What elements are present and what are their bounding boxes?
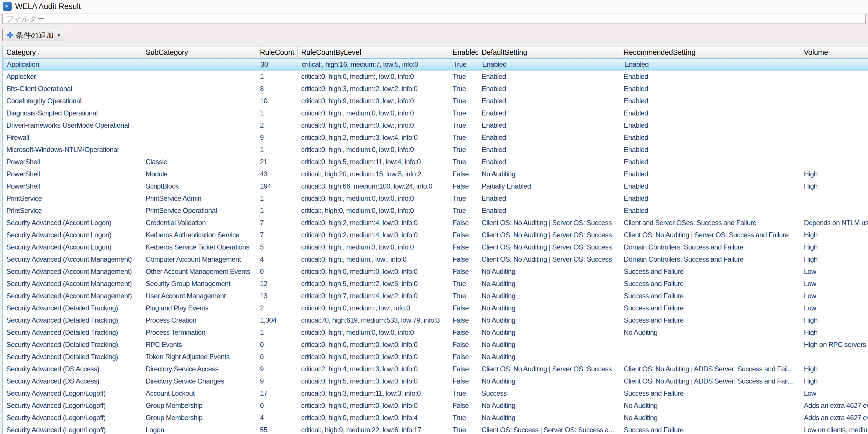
cell-volume [800,205,868,217]
column-header-rulecount[interactable]: RuleCount [256,46,298,58]
cell-rulecount: 21 [256,156,298,168]
table-row[interactable]: PowerShellScriptBlock194critical:3, high… [3,180,868,192]
table-row[interactable]: Security Advanced (Account Management)Se… [3,278,868,290]
filter-input[interactable] [2,14,866,24]
cell-recommendedsetting: Success and Failure [620,424,800,434]
cell-subcategory: Kerberos Service Ticket Operations [142,241,256,253]
cell-enabled: True [449,144,478,156]
table-row[interactable]: Bits-Client Operational8critical:0, high… [3,83,868,95]
table-row[interactable]: PowerShellClassic21critical:0, high:5, m… [3,156,868,168]
cell-defaultsetting: No Auditing [478,412,620,424]
cell-defaultsetting: No Auditing [478,302,620,314]
table-row[interactable]: PrintServicePrintService Operational1cri… [3,205,868,217]
table-row[interactable]: Security Advanced (Logon/Logoff)Account … [3,387,868,400]
column-header-category[interactable]: Category [3,46,142,58]
cell-enabled: True [449,131,478,144]
table-row[interactable]: Security Advanced (Detailed Tracking)RPC… [3,339,868,351]
table-row[interactable]: Diagnosis-Scripted Operational1critical:… [3,107,868,119]
cell-volume: High [800,327,868,339]
table-row[interactable]: Firewall9critical:0, high:2, medium:3, l… [3,131,868,144]
cell-rulecount: 1 [256,70,298,83]
cell-defaultsetting: No Auditing [478,351,620,363]
table-row[interactable]: Security Advanced (Logon/Logoff)Group Me… [3,400,868,412]
table-row[interactable]: Security Advanced (Detailed Tracking)Tok… [3,351,868,363]
cell-category: Security Advanced (Detailed Tracking) [3,327,142,339]
cell-volume: Low on clients, mediu [800,424,868,434]
cell-subcategory: Account Lockout [142,387,256,400]
table-row[interactable]: Applocker1critical:0, high:0, medium:, l… [3,70,868,83]
cell-category: Security Advanced (DS Access) [3,375,142,387]
cell-enabled: False [449,302,478,314]
cell-recommendedsetting: Success and Failure [620,387,800,400]
cell-subcategory: Directory Service Changes [142,375,256,387]
cell-rulecount: 10 [256,95,298,107]
cell-rulecount: 1 [256,205,298,217]
cell-subcategory [142,95,256,107]
cell-category: PowerShell [3,156,142,168]
table-row[interactable]: Application30critical:, high:16, medium:… [3,58,868,70]
cell-rulecountbylevel: critical:0, high:2, medium:3, low:4, inf… [298,131,449,144]
table-row[interactable]: Security Advanced (Detailed Tracking)Plu… [3,302,868,314]
cell-recommendedsetting [620,339,800,351]
cell-rulecount: 1,304 [256,314,298,327]
table-row[interactable]: Security Advanced (Detailed Tracking)Pro… [3,314,868,327]
cell-enabled: True [449,70,478,83]
column-header-volume[interactable]: Volume [800,46,868,58]
cell-defaultsetting: Enabled [478,70,620,83]
cell-recommendedsetting: Enabled [620,168,800,180]
column-header-defaultsetting[interactable]: DefaultSetting [478,46,620,58]
cell-enabled: True [449,278,478,290]
cell-enabled: False [449,180,478,192]
table-row[interactable]: Security Advanced (DS Access)Directory S… [3,375,868,387]
cell-rulecountbylevel: critical:, high:20, medium:15, low:5, in… [298,168,449,180]
table-row[interactable]: Microsoft-Windows-NTLM/Operational1criti… [3,144,868,156]
cell-category: Security Advanced (Account Management) [3,290,142,302]
cell-enabled: False [449,168,478,180]
cell-category: DriverFrameworks-UserMode Operational [3,119,142,131]
cell-rulecountbylevel: critical:0, high:0, medium:0, low:, info… [298,119,449,131]
cell-volume: High [800,253,868,266]
cell-enabled: False [449,229,478,241]
table-row[interactable]: Security Advanced (Account Logon)Credent… [3,217,868,229]
cell-defaultsetting: No Auditing [478,375,620,387]
table-row[interactable]: CodeIntegrity Operational10critical:0, h… [3,95,868,107]
cell-volume [800,144,868,156]
window-title: WELA Audit Result [15,2,81,11]
cell-rulecount: 30 [257,59,298,70]
cell-recommendedsetting: Client and Server OSes: Success and Fail… [620,217,800,229]
column-header-enabled[interactable]: Enabled [449,46,478,58]
cell-recommendedsetting [620,351,800,363]
cell-rulecount: 5 [256,241,298,253]
add-criteria-button[interactable]: ✚ 条件の追加 ▼ [2,29,65,41]
column-header-recommendedsetting[interactable]: RecommendedSetting [620,46,800,58]
cell-recommendedsetting: Client OS: No Auditing | Server OS: Succ… [620,229,800,241]
cell-recommendedsetting: Enabled [620,70,800,83]
cell-volume [800,70,868,83]
cell-recommendedsetting: Enabled [620,119,800,131]
cell-subcategory: Group Membership [142,412,256,424]
column-header-subcategory[interactable]: SubCategory [142,46,256,58]
cell-subcategory [142,107,256,119]
table-row[interactable]: PowerShellModule43critical:, high:20, me… [3,168,868,180]
window-title-bar: >_ WELA Audit Result [0,0,868,13]
table-row[interactable]: Security Advanced (Logon/Logoff)Logon55c… [3,424,868,434]
column-header-rulecountbylevel[interactable]: RuleCountByLevel [298,46,449,58]
cell-defaultsetting: No Auditing [478,314,620,327]
cell-rulecount: 7 [256,217,298,229]
cell-category: Security Advanced (Detailed Tracking) [3,339,142,351]
table-row[interactable]: Security Advanced (Account Logon)Kerbero… [3,229,868,241]
cell-volume [800,131,868,144]
table-row[interactable]: Security Advanced (Account Management)Us… [3,290,868,302]
cell-rulecountbylevel: critical:0, high:3, medium:2, low:2, inf… [298,83,449,95]
table-row[interactable]: Security Advanced (DS Access)Directory S… [3,363,868,375]
table-row[interactable]: PrintServicePrintService Admin1critical:… [3,192,868,205]
table-row[interactable]: Security Advanced (Detailed Tracking)Pro… [3,327,868,339]
cell-category: PrintService [3,192,142,205]
cell-rulecountbylevel: critical:0, high:0, medium:, low:0, info… [298,70,449,83]
table-row[interactable]: Security Advanced (Logon/Logoff)Group Me… [3,412,868,424]
table-row[interactable]: Security Advanced (Account Management)Co… [3,253,868,266]
table-row[interactable]: Security Advanced (Account Logon)Kerbero… [3,241,868,253]
table-row[interactable]: Security Advanced (Account Management)Ot… [3,266,868,278]
table-row[interactable]: DriverFrameworks-UserMode Operational2cr… [3,119,868,131]
cell-rulecount: 4 [256,412,298,424]
